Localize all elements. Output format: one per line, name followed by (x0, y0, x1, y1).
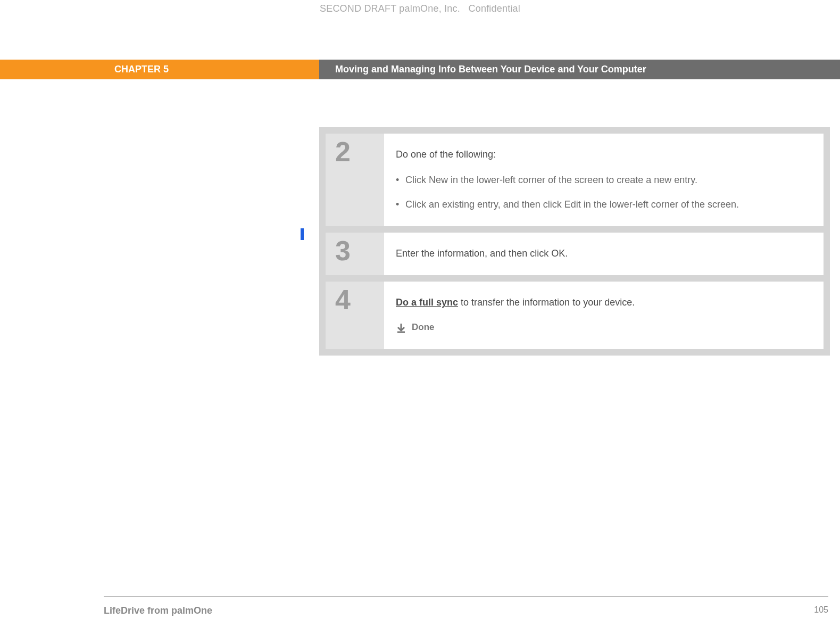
step-text: Enter the information, and then click OK… (396, 248, 568, 259)
step-body: Do one of the following: Click New in th… (384, 134, 824, 226)
done-label: Done (412, 321, 435, 334)
done-arrow-icon (396, 323, 406, 333)
draft-header: SECOND DRAFT palmOne, Inc. Confidential (0, 0, 840, 14)
step-number: 2 (326, 134, 384, 226)
step-number: 4 (326, 282, 384, 349)
step-row: 4 Do a full sync to transfer the informa… (326, 282, 824, 349)
steps-panel: 2 Do one of the following: Click New in … (319, 127, 830, 356)
step-body: Do a full sync to transfer the informati… (384, 282, 824, 349)
footer-product: LifeDrive from palmOne (104, 605, 212, 616)
footer-page-number: 105 (814, 605, 828, 616)
step-text-line: Do a full sync to transfer the informati… (396, 295, 806, 309)
step-tail-text: to transfer the information to your devi… (458, 297, 635, 308)
draft-header-left: SECOND DRAFT palmOne, Inc. (320, 3, 460, 14)
full-sync-link[interactable]: Do a full sync (396, 297, 458, 308)
revision-marker (301, 228, 304, 240)
step-row: 3 Enter the information, and then click … (326, 233, 824, 275)
step-lead: Do one of the following: (396, 147, 806, 161)
step-row: 2 Do one of the following: Click New in … (326, 134, 824, 226)
footer-rule (104, 596, 828, 597)
step-bullet-list: Click New in the lower-left corner of th… (396, 173, 806, 211)
done-row: Done (396, 321, 806, 334)
draft-header-right: Confidential (469, 3, 520, 14)
step-bullet: Click an existing entry, and then click … (396, 197, 806, 211)
step-body: Enter the information, and then click OK… (384, 233, 824, 275)
chapter-bar: CHAPTER 5 Moving and Managing Info Betwe… (0, 60, 840, 79)
page-footer: LifeDrive from palmOne 105 (104, 605, 828, 616)
chapter-label: CHAPTER 5 (0, 60, 319, 79)
step-bullet: Click New in the lower-left corner of th… (396, 173, 806, 187)
chapter-title: Moving and Managing Info Between Your De… (319, 60, 840, 79)
step-number: 3 (326, 233, 384, 275)
